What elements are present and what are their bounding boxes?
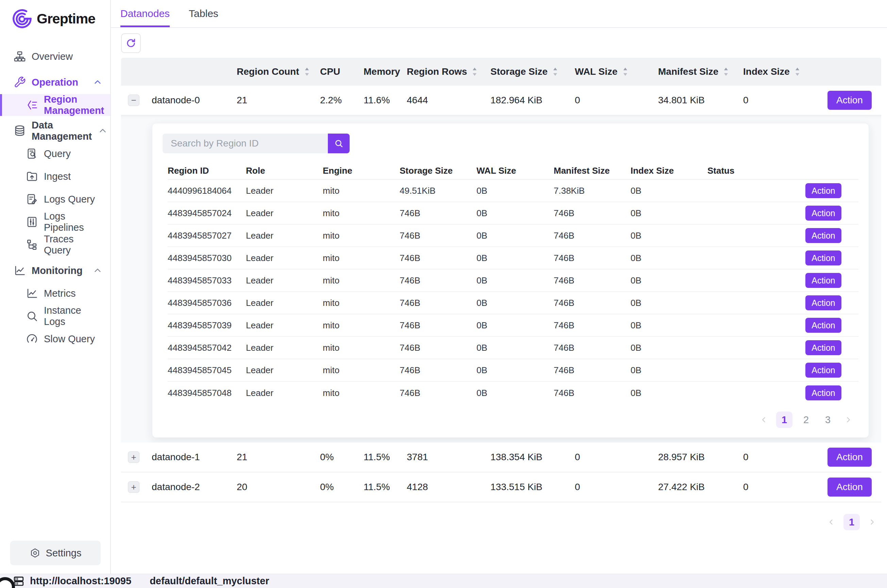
region-cell: 746B — [554, 253, 631, 263]
region-row: 4483945857027Leadermito746B0B746B0B Acti… — [168, 225, 858, 247]
region-action-button[interactable]: Action — [805, 340, 842, 355]
chevron-up-icon — [93, 266, 103, 276]
column-header-region-rows[interactable]: Region Rows — [407, 66, 490, 77]
region-action-button[interactable]: Action — [805, 228, 842, 243]
datanode-row-datanode-1: + datanode-1 210%11.5%3781138.354 KiB028… — [121, 442, 881, 472]
sidebar-item-traces-query[interactable]: Traces Query — [0, 234, 110, 256]
sidebar-item-label: Region Management — [44, 94, 104, 116]
region-cell: mito — [323, 231, 400, 241]
column-header-wal-size[interactable]: WAL Size — [575, 66, 658, 77]
action-button[interactable]: Action — [827, 448, 872, 466]
region-cell: 0B — [631, 365, 707, 376]
column-header-storage-size[interactable]: Storage Size — [490, 66, 575, 77]
settings-button[interactable]: Settings — [10, 541, 101, 565]
region-cell: 0B — [477, 208, 554, 219]
refresh-button[interactable] — [121, 33, 141, 53]
column-header-index-size[interactable]: Index Size — [743, 66, 820, 77]
datanode-cell: 11.5% — [364, 452, 407, 463]
region-cell: 0B — [477, 388, 554, 398]
sidebar-item-metrics[interactable]: Metrics — [0, 282, 110, 304]
sidebar-item-data-management[interactable]: Data Management — [0, 120, 110, 142]
status-host-url[interactable]: http://localhost:19095 — [30, 575, 131, 586]
region-cell: mito — [323, 208, 400, 219]
region-action-button[interactable]: Action — [805, 206, 842, 220]
sidebar-item-monitoring[interactable]: Monitoring — [0, 260, 110, 281]
column-label: CPU — [320, 66, 340, 77]
region-cell: 746B — [400, 343, 477, 353]
sort-icon — [304, 67, 310, 76]
region-cell: 746B — [554, 275, 631, 286]
sidebar-item-ingest[interactable]: Ingest — [0, 165, 110, 187]
folder-ingest-icon — [26, 170, 38, 183]
region-action-button[interactable]: Action — [805, 318, 842, 333]
region-action-button[interactable]: Action — [805, 386, 842, 400]
sidebar-item-logs-query[interactable]: Logs Query — [0, 188, 110, 210]
sidebar-item-region-management[interactable]: Region Management — [0, 94, 110, 116]
datanode-cell: 27.422 KiB — [658, 482, 743, 492]
tab-datanodes[interactable]: Datanodes — [120, 0, 170, 27]
sidebar-item-slow-query[interactable]: Slow Query — [0, 328, 110, 350]
region-cell: 746B — [554, 320, 631, 331]
pagination-prev-button[interactable] — [824, 515, 838, 529]
pagination-page-1[interactable]: 1 — [843, 514, 860, 530]
region-cell: Leader — [246, 253, 323, 263]
region-search-input[interactable] — [162, 134, 328, 153]
sidebar-item-instance-logs[interactable]: Instance Logs — [0, 305, 110, 327]
pagination-next-button[interactable] — [842, 413, 855, 426]
region-action-button[interactable]: Action — [805, 296, 842, 310]
region-cell: 746B — [400, 275, 477, 286]
datanodes-pagination: 1 — [121, 514, 879, 530]
region-search-button[interactable] — [328, 134, 350, 153]
sliders-icon — [26, 216, 38, 228]
region-column-role: Role — [246, 165, 323, 176]
region-cell: 4483945857045 — [168, 365, 246, 376]
region-cell: mito — [323, 186, 400, 196]
pagination-prev-button[interactable] — [757, 413, 771, 426]
region-action-button[interactable]: Action — [805, 183, 842, 198]
region-cell: 746B — [400, 298, 477, 308]
sidebar-item-query[interactable]: Query — [0, 143, 110, 165]
column-header-manifest-size[interactable]: Manifest Size — [658, 66, 743, 77]
region-cell: Leader — [246, 186, 323, 196]
region-cell: 0B — [477, 365, 554, 376]
tab-tables[interactable]: Tables — [189, 0, 218, 27]
datanode-cell: 2.2% — [320, 95, 364, 106]
datanode-name: datanode-2 — [152, 482, 237, 492]
sort-icon — [622, 67, 628, 76]
region-action-button[interactable]: Action — [805, 273, 842, 288]
collapse-row-button[interactable]: − — [128, 94, 140, 106]
region-cell: 0B — [477, 231, 554, 241]
region-panel-card: Region ID Role Engine Storage Size WAL S… — [152, 123, 869, 438]
datanode-cell: 4644 — [407, 95, 490, 106]
pagination-page-2[interactable]: 2 — [798, 412, 814, 428]
region-cell: 0B — [631, 253, 707, 263]
brand-logo[interactable]: Greptime — [0, 0, 110, 29]
region-cell: 0B — [631, 343, 707, 353]
pagination-page-1[interactable]: 1 — [776, 412, 792, 428]
region-cell: 0B — [477, 253, 554, 263]
chevron-up-icon — [98, 126, 108, 136]
status-cluster[interactable]: default/default_mycluster — [150, 575, 269, 586]
pagination-page-3[interactable]: 3 — [820, 412, 836, 428]
sidebar-item-label: Operation — [32, 77, 78, 88]
action-button[interactable]: Action — [827, 477, 872, 496]
region-cell: 746B — [554, 231, 631, 241]
expand-row-button[interactable]: + — [128, 481, 140, 493]
action-button[interactable]: Action — [827, 91, 872, 110]
column-label: Index Size — [743, 66, 790, 77]
sidebar-item-operation[interactable]: Operation — [0, 71, 110, 93]
region-action-button[interactable]: Action — [805, 363, 842, 378]
region-cell: 746B — [554, 365, 631, 376]
sidebar-item-logs-pipelines[interactable]: Logs Pipelines — [0, 211, 110, 233]
region-cell: 0B — [631, 231, 707, 241]
datanode-cell: 21 — [237, 452, 320, 463]
region-cell: Leader — [246, 275, 323, 286]
datanode-rows-bottom: + datanode-1 210%11.5%3781138.354 KiB028… — [121, 442, 881, 502]
sidebar-item-overview[interactable]: Overview — [0, 45, 110, 67]
pagination-next-button[interactable] — [865, 515, 879, 529]
column-header-region-count[interactable]: Region Count — [237, 66, 320, 77]
datanode-cell: 0 — [575, 452, 658, 463]
expand-row-button[interactable]: + — [128, 452, 140, 463]
region-action-button[interactable]: Action — [805, 250, 842, 266]
region-cell: 0B — [477, 343, 554, 353]
